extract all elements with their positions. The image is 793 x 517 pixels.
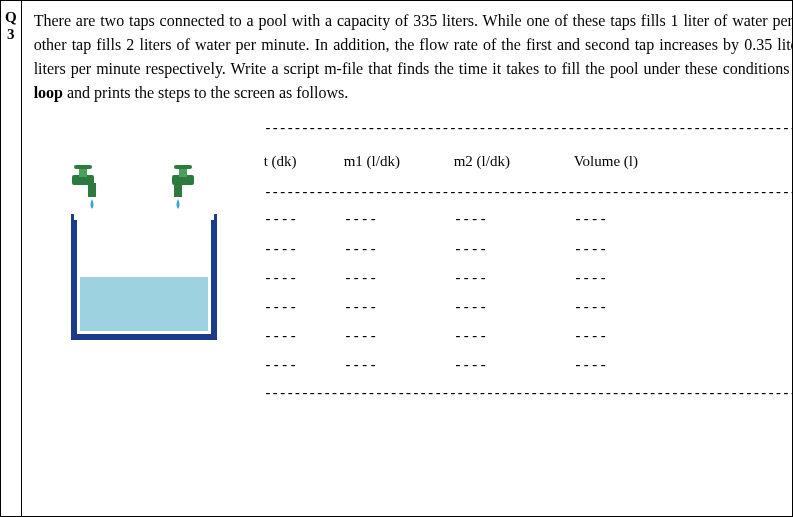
svg-rect-10	[174, 183, 182, 197]
header-vol: Volume (l)	[574, 148, 694, 175]
cell-m2: ----	[454, 354, 574, 379]
svg-rect-9	[174, 165, 192, 169]
table-row: ----------------	[264, 236, 793, 265]
table-row: ----------------	[264, 206, 793, 235]
tap-right-icon	[172, 165, 194, 209]
cell-vol: ----	[574, 238, 694, 263]
cell-m1: ----	[344, 267, 454, 292]
cell-m1: ----	[344, 238, 454, 263]
cell-t: ----	[264, 296, 344, 321]
cell-m1: ----	[344, 296, 454, 321]
cell-vol: ----	[574, 296, 694, 321]
cell-t: ----	[264, 238, 344, 263]
svg-rect-1	[74, 214, 214, 220]
content-area: There are two taps connected to a pool w…	[22, 1, 793, 516]
problem-text-1: There are two taps connected to a pool w…	[34, 12, 793, 77]
table-row: ----------------	[264, 265, 793, 294]
cell-vol: ----	[574, 267, 694, 292]
header-m2: m2 (l/dk)	[454, 148, 574, 175]
cell-m2: ----	[454, 267, 574, 292]
table-divider-bottom: ----------------------------------------…	[264, 382, 793, 407]
header-t: t (dk)	[264, 148, 344, 175]
table-row: ----------------	[264, 323, 793, 352]
table-header-row: t (dk) m1 (l/dk) m2 (l/dk) Volume (l)	[264, 142, 793, 181]
table-row: ----------------	[264, 352, 793, 381]
table-divider-top: ----------------------------------------…	[264, 117, 793, 142]
question-label: Q 3	[1, 1, 22, 516]
header-m1: m1 (l/dk)	[344, 148, 454, 175]
cell-t: ----	[264, 208, 344, 233]
cell-m1: ----	[344, 354, 454, 379]
problem-statement: There are two taps connected to a pool w…	[34, 9, 793, 105]
cell-vol: ----	[574, 208, 694, 233]
cell-t: ----	[264, 354, 344, 379]
cell-m2: ----	[454, 325, 574, 350]
table-divider-mid: ----------------------------------------…	[264, 181, 793, 206]
cell-m1: ----	[344, 208, 454, 233]
pool-diagram	[44, 157, 244, 357]
cell-m2: ----	[454, 238, 574, 263]
cell-t: ----	[264, 325, 344, 350]
cell-vol: ----	[574, 325, 694, 350]
cell-m2: ----	[454, 208, 574, 233]
svg-rect-6	[88, 183, 96, 197]
svg-rect-2	[80, 277, 208, 331]
svg-rect-5	[74, 165, 92, 169]
cell-m1: ----	[344, 325, 454, 350]
tap-left-icon	[72, 165, 96, 209]
cell-m2: ----	[454, 296, 574, 321]
cell-t: ----	[264, 267, 344, 292]
table-row: ----------------	[264, 294, 793, 323]
output-table: ----------------------------------------…	[264, 117, 793, 508]
problem-text-2: and prints the steps to the screen as fo…	[63, 84, 348, 101]
cell-vol: ----	[574, 354, 694, 379]
